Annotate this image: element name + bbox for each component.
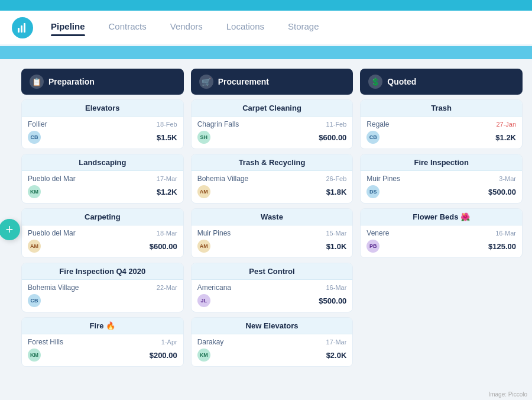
card-preparation-1[interactable]: LandscapingPueblo del Mar17-MarKM$1.2K — [21, 154, 184, 204]
card-body: Forest Hills1-AprKM$200.00 — [22, 334, 183, 366]
card-procurement-3[interactable]: Pest ControlAmericana16-MarJL$500.00 — [191, 263, 353, 312]
card-preparation-2[interactable]: CarpetingPueblo del Mar18-MarAM$600.00 — [21, 208, 184, 258]
card-date: 15-Mar — [326, 230, 347, 237]
card-location: Pueblo del Mar — [28, 175, 76, 183]
card-procurement-4[interactable]: New ElevatorsDarakay17-MarKM$2.0K — [191, 317, 353, 367]
card-location: Americana — [197, 283, 231, 292]
card-location: Bohemia Village — [197, 175, 249, 183]
card-amount: $500.00 — [488, 188, 516, 196]
card-amount: $1.2K — [495, 133, 516, 142]
card-amount: $600.00 — [150, 242, 177, 251]
card-title: New Elevators — [192, 318, 353, 334]
card-body: Regale27-JanCB$1.2K — [361, 117, 522, 149]
card-avatar: SH — [197, 131, 210, 144]
card-date: 18-Mar — [157, 230, 177, 237]
card-title: Trash — [361, 100, 522, 117]
card-date: 11-Feb — [326, 121, 346, 128]
card-amount: $500.00 — [319, 296, 346, 305]
card-date: 16-Mar — [326, 284, 347, 291]
card-date: 18-Feb — [157, 121, 177, 128]
card-location: Follier — [28, 120, 47, 128]
card-date: 17-Mar — [157, 175, 177, 182]
card-location: Darakay — [197, 338, 224, 346]
card-avatar: KM — [197, 349, 210, 362]
card-amount: $125.00 — [488, 242, 516, 251]
nav-tab-locations[interactable]: Locations — [226, 21, 264, 34]
card-body: Americana16-MarJL$500.00 — [192, 280, 353, 312]
watermark: Image: Piccolo — [488, 391, 527, 398]
card-preparation-4[interactable]: Fire 🔥Forest Hills1-AprKM$200.00 — [21, 317, 184, 367]
col-header-procurement: 🛒Procurement — [191, 69, 353, 95]
card-title: Fire Inspection Q4 2020 — [22, 263, 183, 280]
card-title: Pest Control — [192, 263, 353, 280]
card-location: Venere — [366, 229, 389, 237]
card-location: Bohemia Village — [28, 283, 79, 292]
card-avatar: AM — [197, 240, 210, 253]
sub-banner — [0, 46, 532, 59]
nav-tab-vendors[interactable]: Vendors — [170, 21, 203, 34]
card-amount: $1.0K — [326, 242, 347, 251]
nav-tabs: PipelineContractsVendorsLocationsStorage — [51, 21, 319, 34]
col-header-quoted: 💲Quoted — [360, 69, 523, 95]
card-avatar: DS — [366, 185, 379, 198]
card-quoted-2[interactable]: Flower Beds 🌺Venere16-MarPB$125.00 — [360, 208, 523, 258]
column-procurement: 🛒ProcurementCarpet CleaningChagrin Falls… — [191, 69, 353, 394]
nav-tab-contracts[interactable]: Contracts — [109, 21, 147, 34]
card-amount: $600.00 — [319, 133, 346, 142]
card-date: 17-Mar — [326, 338, 347, 346]
card-date: 22-Mar — [157, 284, 177, 291]
card-body: Muir Pines3-MarDS$500.00 — [361, 171, 522, 203]
card-quoted-0[interactable]: TrashRegale27-JanCB$1.2K — [360, 99, 523, 149]
card-date: 16-Mar — [495, 230, 516, 237]
nav-tab-pipeline[interactable]: Pipeline — [51, 21, 85, 34]
card-avatar: KM — [28, 185, 41, 198]
card-procurement-2[interactable]: WasteMuir Pines15-MarAM$1.0K — [191, 208, 353, 258]
card-avatar: CB — [28, 294, 41, 307]
svg-rect-2 — [24, 23, 25, 33]
card-amount: $1.5K — [157, 133, 177, 142]
col-label-preparation: Preparation — [48, 77, 95, 86]
card-date: 27-Jan — [496, 121, 516, 128]
card-body: Darakay17-MarKM$2.0K — [192, 334, 353, 366]
card-body: Bohemia Village22-MarCB — [22, 280, 183, 312]
card-procurement-1[interactable]: Trash & RecyclingBohemia Village26-FebAM… — [191, 154, 353, 204]
col-label-quoted: Quoted — [387, 77, 416, 86]
top-bar — [0, 0, 532, 11]
card-title: Carpeting — [22, 209, 183, 225]
card-title: Trash & Recycling — [192, 154, 353, 171]
col-label-procurement: Procurement — [218, 77, 269, 86]
card-date: 1-Apr — [161, 338, 177, 346]
card-body: Follier18-FebCB$1.5K — [22, 117, 183, 149]
card-title: Carpet Cleaning — [192, 100, 353, 117]
col-icon-procurement: 🛒 — [199, 75, 213, 89]
card-preparation-0[interactable]: ElevatorsFollier18-FebCB$1.5K — [21, 99, 184, 149]
card-avatar: JL — [197, 294, 210, 307]
column-quoted: 💲QuotedTrashRegale27-JanCB$1.2KFire Insp… — [360, 69, 523, 394]
card-quoted-1[interactable]: Fire InspectionMuir Pines3-MarDS$500.00 — [360, 154, 523, 204]
logo — [12, 17, 33, 38]
card-location: Muir Pines — [366, 175, 400, 183]
card-avatar: KM — [28, 349, 41, 362]
card-procurement-0[interactable]: Carpet CleaningChagrin Falls11-FebSH$600… — [191, 99, 353, 149]
col-icon-quoted: 💲 — [368, 75, 382, 89]
card-date: 26-Feb — [326, 175, 346, 182]
card-date: 3-Mar — [499, 175, 516, 182]
card-body: Bohemia Village26-FebAM$1.8K — [192, 171, 353, 203]
card-amount: $2.0K — [326, 351, 347, 360]
svg-rect-0 — [18, 28, 20, 33]
header: PipelineContractsVendorsLocationsStorage — [0, 11, 532, 46]
card-location: Forest Hills — [28, 338, 63, 346]
nav-tab-storage[interactable]: Storage — [288, 21, 319, 34]
card-title: Fire Inspection — [361, 154, 522, 171]
main-content: + 📋PreparationElevatorsFollier18-FebCB$1… — [0, 59, 532, 400]
card-location: Chagrin Falls — [197, 120, 239, 128]
col-icon-preparation: 📋 — [30, 75, 44, 89]
card-body: Chagrin Falls11-FebSH$600.00 — [192, 117, 353, 149]
card-amount: $1.2K — [157, 188, 177, 196]
card-avatar: CB — [28, 131, 41, 144]
card-body: Pueblo del Mar18-MarAM$600.00 — [22, 225, 183, 257]
card-preparation-3[interactable]: Fire Inspection Q4 2020Bohemia Village22… — [21, 263, 184, 312]
card-body: Pueblo del Mar17-MarKM$1.2K — [22, 171, 183, 203]
card-avatar: CB — [366, 131, 379, 144]
card-avatar: AM — [28, 240, 41, 253]
